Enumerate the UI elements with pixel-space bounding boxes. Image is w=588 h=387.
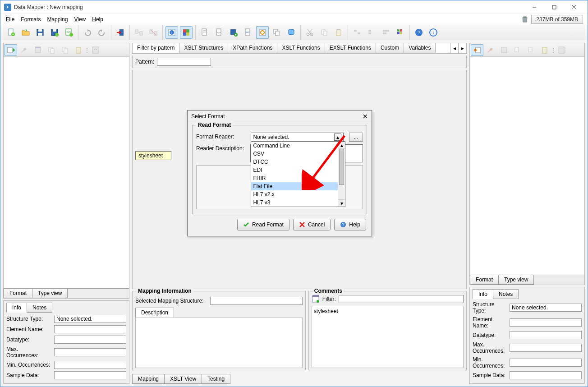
selected-map-input[interactable] <box>210 297 303 305</box>
left-import-button[interactable] <box>5 44 17 56</box>
color-tool-button[interactable] <box>180 26 193 39</box>
dialog-close-button[interactable]: ✕ <box>363 113 368 120</box>
read-format-button[interactable]: Read Format <box>237 219 289 230</box>
save-as-button[interactable]: + <box>48 26 61 39</box>
description-body[interactable] <box>135 318 303 368</box>
tab-format-right[interactable]: Format <box>470 275 499 285</box>
tab-info-right[interactable]: Info <box>473 289 493 299</box>
option-flat-file[interactable]: Flat File <box>251 182 345 190</box>
copy-button[interactable] <box>318 26 331 39</box>
palette-button[interactable] <box>394 26 407 39</box>
database-button[interactable] <box>285 26 298 39</box>
save-button[interactable] <box>34 26 46 39</box>
tab-testing[interactable]: Testing <box>202 374 230 384</box>
browse-button[interactable]: ... <box>349 133 363 142</box>
tab-format[interactable]: Format <box>4 289 32 298</box>
left-tree-content[interactable] <box>4 57 129 288</box>
doc-settings-button[interactable]: svc <box>242 26 254 39</box>
tab-custom[interactable]: Custom <box>376 43 404 53</box>
right-tree-content[interactable] <box>470 57 584 275</box>
right-paste-button[interactable] <box>538 44 551 56</box>
tab-description[interactable]: Description <box>135 308 174 318</box>
about-button[interactable]: i <box>427 26 440 39</box>
tab-typeview-right[interactable]: Type view <box>498 275 534 285</box>
left-collapse-button[interactable] <box>89 44 102 56</box>
maximize-button[interactable] <box>544 1 564 14</box>
right-export-button[interactable] <box>471 44 483 56</box>
save-run-button[interactable] <box>227 26 240 39</box>
tab-filter-by-pattern[interactable]: Filter by pattern <box>133 43 179 53</box>
tab-info[interactable]: Info <box>6 303 27 313</box>
align2-button[interactable] <box>365 26 378 39</box>
run-config-button[interactable] <box>256 26 269 39</box>
menu-file[interactable]: File <box>3 15 17 23</box>
open-file-button[interactable] <box>19 26 32 39</box>
minimize-button[interactable] <box>524 1 544 14</box>
label-sample-data: Sample Data: <box>6 372 51 378</box>
tab-notes-right[interactable]: Notes <box>493 289 519 299</box>
right-collapse-button[interactable] <box>556 44 568 56</box>
left-paste-button[interactable] <box>72 44 85 56</box>
right-panel-toolbar: ⋮ <box>470 43 584 57</box>
stylesheet-node[interactable]: stylesheet <box>135 151 171 160</box>
help-button[interactable]: ? <box>413 26 425 39</box>
close-button[interactable] <box>564 1 584 14</box>
align1-button[interactable] <box>351 26 363 39</box>
left-copy2-button[interactable] <box>59 44 71 56</box>
comments-legend: Comments <box>312 288 344 294</box>
dialog-help-button[interactable]: ? Help <box>334 219 366 230</box>
link-button[interactable] <box>133 26 145 39</box>
right-notes-button[interactable] <box>498 44 510 56</box>
right-wrench-button[interactable] <box>484 44 497 56</box>
tab-nav-left[interactable]: ◂ <box>450 43 458 53</box>
menu-formats[interactable]: Formats <box>18 15 43 23</box>
info-tool-button[interactable]: i <box>165 26 178 39</box>
option-hl7v3[interactable]: HL7 v3 <box>251 198 345 207</box>
undo-button[interactable] <box>81 26 94 39</box>
filter-input[interactable] <box>339 295 464 303</box>
tab-typeview[interactable]: Type view <box>32 289 68 298</box>
export-xls-button[interactable]: XLS <box>63 26 75 39</box>
tab-xslt-structures[interactable]: XSLT Structures <box>179 43 228 53</box>
tab-notes[interactable]: Notes <box>27 303 52 313</box>
format-reader-combo[interactable]: None selected. ▴ Command Line CSV DTCC E… <box>251 133 343 142</box>
tab-xslt-view[interactable]: XSLT View <box>164 374 202 384</box>
option-csv[interactable]: CSV <box>251 150 345 158</box>
cancel-button[interactable]: Cancel <box>293 219 331 230</box>
option-edi[interactable]: EDI <box>251 166 345 174</box>
paste-button[interactable] <box>332 26 345 39</box>
tab-mapping[interactable]: Mapping <box>132 374 165 384</box>
reader-desc-label: Reader Description: <box>196 144 247 152</box>
right-copy1-button[interactable] <box>511 44 524 56</box>
tab-variables[interactable]: Variables <box>404 43 436 53</box>
option-dtcc[interactable]: DTCC <box>251 158 345 166</box>
right-copy2-button[interactable] <box>525 44 537 56</box>
option-hl7v2[interactable]: HL7 v2.x <box>251 190 345 198</box>
new-file-button[interactable]: + <box>5 26 18 39</box>
tab-nav-right[interactable]: ▸ <box>458 43 466 53</box>
tab-xslt-functions[interactable]: XSLT Functions <box>277 43 325 53</box>
align3-button[interactable] <box>380 26 392 39</box>
left-notes-button[interactable] <box>32 44 44 56</box>
dropdown-scrollbar[interactable]: ▴ ▾ <box>338 142 345 207</box>
unlink-button[interactable] <box>147 26 160 39</box>
menu-view[interactable]: View <box>71 15 88 23</box>
exit-button[interactable] <box>114 26 127 39</box>
cut-button[interactable] <box>303 26 316 39</box>
option-command-line[interactable]: Command Line <box>251 142 345 150</box>
comments-body[interactable]: stylesheet <box>312 306 464 368</box>
combo-arrow-icon[interactable]: ▴ <box>334 134 341 141</box>
copy-doc-button[interactable] <box>271 26 283 39</box>
dialog-titlebar[interactable]: Select Format ✕ <box>188 111 372 122</box>
menu-mapping[interactable]: Mapping <box>44 15 70 23</box>
doc1-button[interactable] <box>198 26 211 39</box>
left-wrench-button[interactable] <box>18 44 31 56</box>
tab-exslt-functions[interactable]: EXSLT Functions <box>325 43 376 53</box>
pattern-input[interactable] <box>157 58 211 66</box>
left-copy1-button[interactable] <box>45 44 58 56</box>
doc-code-button[interactable]: </> <box>213 26 225 39</box>
tab-xpath-functions[interactable]: XPath Functions <box>228 43 277 53</box>
redo-button[interactable] <box>96 26 108 39</box>
menu-help[interactable]: Help <box>89 15 106 23</box>
option-fhir[interactable]: FHIR <box>251 174 345 182</box>
